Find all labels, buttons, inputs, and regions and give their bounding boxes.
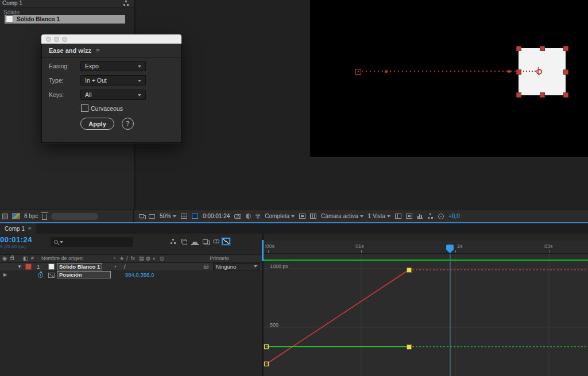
motion-path-start-keyframe[interactable] [355, 69, 361, 75]
fast-previews-icon[interactable] [406, 214, 412, 219]
panel-menu-icon[interactable]: ≡ [96, 47, 99, 54]
panel-titlebar[interactable] [41, 34, 181, 44]
name-column-header[interactable]: Nombre de origen [41, 255, 83, 262]
disclosure-open-icon[interactable]: ▼ [17, 263, 22, 270]
timeline-tab[interactable]: Comp 1 ≡ [0, 223, 36, 234]
mini-flowchart-icon[interactable] [170, 239, 176, 245]
3d-switch-icon[interactable]: ◎ [160, 255, 164, 262]
transparency-grid-icon[interactable] [310, 214, 316, 219]
parent-pickwhip-icon[interactable]: @ [203, 263, 209, 270]
window-zoom-icon[interactable] [62, 37, 67, 42]
show-snapshot-icon[interactable] [246, 214, 251, 219]
handle-bottom-right[interactable] [563, 92, 568, 98]
zoom-dropdown[interactable]: 50% [160, 213, 176, 219]
handle-top-right[interactable] [563, 46, 568, 51]
timeline-tabbar: Comp 1 ≡ [0, 223, 588, 234]
apply-button[interactable]: Apply [80, 118, 114, 130]
layer-row[interactable]: ▼ 1 Sólido Blanco 1 ◔ / @ Ninguno [0, 263, 262, 270]
motion-blur-icon[interactable] [213, 239, 217, 243]
chevron-down-icon [360, 215, 363, 218]
exposure-value[interactable]: +0,0 [448, 213, 460, 219]
viewer-timecode[interactable]: 0:00:01:24 [203, 213, 230, 219]
graph-editor[interactable] [264, 254, 588, 376]
timeline-panel: Comp 1 ≡ 00:01:24 9 (25.00 fps) ◉ ◧ # No… [0, 223, 588, 376]
pixel-aspect-icon[interactable] [395, 214, 401, 219]
trash-icon[interactable] [42, 214, 47, 220]
grid-guides-icon[interactable] [181, 214, 187, 219]
collapse-switch-icon[interactable]: ★ [119, 255, 124, 262]
value-axis-label-1000: 1000 px [270, 263, 288, 269]
project-footer: 8 bpc [0, 210, 134, 223]
shy-layers-icon[interactable] [192, 242, 198, 244]
exposure-reset-icon[interactable] [438, 214, 444, 219]
video-column-icon[interactable]: ◉ [2, 255, 7, 262]
frame-blend-switch-icon[interactable]: ▤ [139, 255, 144, 262]
curvaceous-checkbox[interactable] [81, 104, 88, 112]
solid-swatch-icon [6, 15, 13, 23]
current-timecode[interactable]: 00:01:24 [0, 235, 32, 244]
time-ruler[interactable]: :00s 01s 2s 03s [264, 241, 588, 254]
cached-frames-bar [264, 259, 588, 261]
label-color-swatch[interactable] [25, 263, 32, 270]
property-name[interactable]: Posición [57, 271, 111, 278]
layer-name[interactable]: Sólido Blanco 1 [57, 263, 102, 270]
always-preview-icon[interactable] [139, 214, 144, 218]
motion-path-dot[interactable] [508, 70, 510, 73]
chevron-down-icon [138, 65, 141, 68]
motion-path-dot[interactable] [385, 70, 388, 73]
handle-bottom-center[interactable] [540, 92, 545, 98]
layer-quality-icon[interactable]: / [124, 263, 126, 270]
graph-include-icon[interactable] [48, 273, 55, 278]
resolution-dropdown[interactable]: Completa [265, 213, 295, 219]
panel-menu-icon[interactable]: ≡ [28, 226, 32, 232]
search-pill[interactable] [51, 213, 98, 220]
adjustment-switch-icon[interactable]: ◐ [153, 255, 156, 262]
help-button[interactable]: ? [122, 118, 134, 130]
comp-title: Comp 1 [2, 0, 22, 6]
label-column-icon[interactable]: ◧ [23, 255, 28, 262]
snapshot-camera-icon[interactable] [234, 214, 241, 219]
property-value[interactable]: 984,0,356,0 [125, 271, 154, 278]
handle-bottom-left[interactable] [516, 92, 521, 98]
flowchart-icon[interactable] [123, 1, 129, 6]
handle-top-center[interactable] [540, 46, 545, 51]
region-of-interest-icon[interactable] [192, 214, 198, 219]
monitor-icon[interactable] [149, 214, 155, 219]
graph-editor-icon[interactable] [222, 238, 230, 245]
parent-column-header[interactable]: Primario [210, 255, 229, 262]
number-column-icon[interactable]: # [31, 255, 34, 262]
stopwatch-icon[interactable] [38, 273, 43, 278]
frame-blending-icon[interactable] [203, 239, 208, 244]
easing-dropdown[interactable]: Expo [80, 61, 146, 71]
comp-flowchart-icon[interactable] [427, 214, 434, 219]
property-row[interactable]: ▶ Posición 984,0,356,0 [0, 271, 262, 278]
draft-3d-icon[interactable] [183, 240, 187, 245]
layer-shy-icon[interactable]: ◔ [113, 263, 117, 270]
disclosure-closed-icon[interactable]: ▶ [3, 271, 7, 278]
bit-depth-button[interactable]: 8 bpc [24, 213, 38, 219]
window-close-icon[interactable] [46, 37, 51, 42]
motion-blur-switch-icon[interactable]: ◍ [146, 255, 150, 262]
quality-switch-icon[interactable]: / [126, 255, 128, 262]
project-item-row[interactable]: Sólido Blanco 1 [5, 15, 125, 24]
anchor-point-icon[interactable] [535, 67, 543, 75]
window-minimize-icon[interactable] [54, 37, 59, 42]
timeline-panel-icon[interactable] [417, 214, 423, 219]
shy-switch-icon[interactable]: ◔ [113, 255, 115, 262]
handle-mid-right[interactable] [563, 69, 568, 75]
timeline-search-input[interactable] [51, 237, 133, 247]
target-region-icon[interactable] [299, 214, 305, 219]
thumbnail-icon[interactable] [12, 213, 20, 219]
bottom-toolbar: 8 bpc 50% 0:00:01:24 Completa Cámara act… [0, 209, 588, 223]
fx-switch-icon[interactable]: fx [131, 255, 135, 262]
parent-dropdown[interactable]: Ninguno [213, 263, 260, 270]
keys-dropdown[interactable]: All [80, 90, 146, 100]
channels-icon[interactable] [256, 214, 260, 219]
lock-column-icon[interactable] [10, 257, 14, 260]
camera-dropdown[interactable]: Cámara activa [321, 213, 363, 219]
handle-top-left[interactable] [516, 46, 521, 51]
list-view-icon[interactable] [2, 214, 8, 219]
view-layout-dropdown[interactable]: 1 Vista [368, 213, 390, 219]
type-dropdown[interactable]: In + Out [80, 75, 146, 86]
chevron-down-icon [60, 241, 63, 243]
